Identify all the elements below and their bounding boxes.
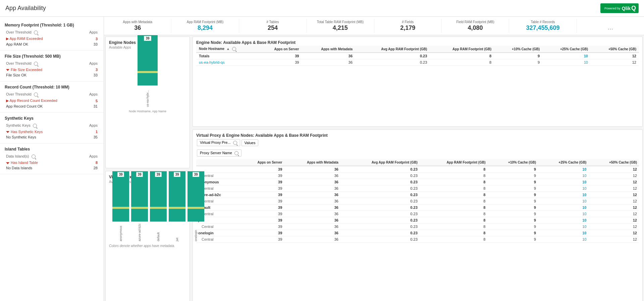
search-icon-5[interactable] xyxy=(32,155,36,159)
search-icon-table[interactable] xyxy=(232,47,236,51)
chart-note: Colors denote whether apps have metadata… xyxy=(109,244,186,248)
file-size-section: File Size (Threshold: 500 MB) Over Thres… xyxy=(0,51,104,81)
two-col-section: Engine Nodes Available Apps 39 us-ea-hyb… xyxy=(104,35,644,301)
vp-anon-c10: 9 xyxy=(487,179,538,185)
vp-sub-c50-5: 12 xyxy=(588,224,639,230)
vp-cell-central-6[interactable]: Central xyxy=(196,236,238,243)
has-island-val: 8 xyxy=(84,160,99,165)
vp-sub-apps-server-5: 39 xyxy=(238,224,284,230)
vp-col-name xyxy=(196,159,238,166)
kpi-total-table-ram-label: Total Table RAM Footprint (MB) xyxy=(309,20,371,24)
vp-col-c25: +25% Cache (GB) xyxy=(538,159,588,166)
file-size-exceeded-label[interactable]: File Size Exceeded xyxy=(5,67,85,72)
search-icon-proxy[interactable] xyxy=(234,151,238,155)
memory-table: ▶ App RAM Exceeded 3 App RAM OK 33 xyxy=(5,36,99,47)
table-row: anonymous 39 36 0.23 8 9 10 12 xyxy=(196,179,639,185)
virtual-proxies-chart: 39 anonymous 39 azure-ad-b2c xyxy=(109,186,186,243)
vp-sub-c10-5: 9 xyxy=(487,224,538,230)
vp-col-avg-ram: Avg App RAM Footprint (GB) xyxy=(340,159,420,166)
table-row: Totals 39 36 0.23 8 9 10 12 xyxy=(196,53,639,59)
col-node-hostname[interactable]: Node Hostname ▲ xyxy=(196,46,258,53)
vp-cell-central-5[interactable]: Central xyxy=(196,224,238,230)
content-area: Apps with Metadata 36 App RAM Footprint … xyxy=(104,17,644,301)
kpi-more[interactable]: ... xyxy=(577,19,644,33)
cell-totals-apps-server: 39 xyxy=(258,53,302,59)
has-synthetic-val: 1 xyxy=(85,129,99,134)
has-island-label[interactable]: Has Island Table xyxy=(5,160,84,165)
cell-totals-c10: 9 xyxy=(494,53,542,59)
vp-bar-inner-default: 39 xyxy=(150,171,167,222)
values-button[interactable]: Values xyxy=(241,139,259,146)
app-ram-ok-val: 33 xyxy=(85,42,99,47)
search-icon-2[interactable] xyxy=(34,62,38,66)
over-threshold-label-2: Over Threshold xyxy=(6,61,38,66)
virtual-proxy-prefix-filter[interactable]: Virtual Proxy Pre... xyxy=(197,139,240,146)
apps-label-1: Apps xyxy=(89,30,98,35)
kpi-field-ram-value: 4,080 xyxy=(444,24,506,32)
island-tables-title: Island Tables xyxy=(5,147,99,152)
memory-footprint-title: Memory Footprint (Threshold: 1 GB) xyxy=(5,23,99,27)
record-count-title: Record Count (Threshold: 10 MM) xyxy=(5,85,99,89)
vp-sub-apps-meta-6: 36 xyxy=(284,236,340,243)
vp-sub-avg-ram-4: 0.23 xyxy=(340,211,420,217)
vp-jwt-apps-server: 39 xyxy=(238,217,284,224)
has-synthetic-label[interactable]: Has Synthetic Keys xyxy=(5,129,85,134)
table-row: Has Synthetic Keys 1 xyxy=(5,129,99,134)
table-header-row: Node Hostname ▲ Apps on Server Apps with… xyxy=(196,46,639,53)
vp-sub-apps-server-1: 39 xyxy=(238,173,284,179)
col-cache25: +25% Cache (GB) xyxy=(542,46,591,53)
engine-node-bar: 39 us-ea-hybr... xyxy=(136,35,159,107)
table-row: Central 39 36 0.23 8 9 10 12 xyxy=(196,173,639,179)
vp-one-app-ram: 8 xyxy=(420,230,488,236)
search-icon-3[interactable] xyxy=(34,93,38,97)
search-icon-vp[interactable] xyxy=(233,141,237,145)
search-icon-4[interactable] xyxy=(33,124,37,128)
filter-row-2: Proxy Server Name xyxy=(196,149,639,157)
table-row: us-ea-hybrid-qs 39 36 0.23 8 9 10 12 xyxy=(196,59,639,66)
vp-bar-inner-azure: 39 xyxy=(131,171,148,222)
vp-sub-c10-3: 9 xyxy=(487,198,538,204)
cell-hostname[interactable]: us-ea-hybrid-qs xyxy=(196,59,258,66)
file-size-ok-val: 33 xyxy=(85,72,99,78)
vp-sub-app-ram-2: 8 xyxy=(420,185,488,192)
record-count-section: Record Count (Threshold: 10 MM) Over Thr… xyxy=(0,81,104,113)
vp-cell-tot-apps-meta: 36 xyxy=(284,166,340,173)
vp-sub-c10-2: 9 xyxy=(487,185,538,192)
table-row: No Data Islands 28 xyxy=(5,165,99,171)
vp-sub-app-ram-6: 8 xyxy=(420,236,488,243)
apps-label-2: Apps xyxy=(89,61,98,66)
vp-sub-app-ram-3: 8 xyxy=(420,198,488,204)
kpi-table-records-label: Table # Records xyxy=(512,20,574,24)
vp-cell-tot-c50: 12 xyxy=(588,166,639,173)
node-bar-badge: 39 xyxy=(144,36,151,41)
search-icon-1[interactable] xyxy=(34,31,38,35)
vp-azure-c50: 12 xyxy=(588,192,639,198)
vp-sub-c25-1: 10 xyxy=(538,173,588,179)
record-exceeded-val: 5 xyxy=(89,98,99,104)
proxy-server-name-filter[interactable]: Proxy Server Name xyxy=(197,149,241,157)
synthetic-keys-table: Has Synthetic Keys 1 No Synthetic Keys 3… xyxy=(5,129,99,140)
cell-totals: Totals xyxy=(196,53,258,59)
cell-totals-c25: 10 xyxy=(542,53,591,59)
vp-stripe-anonymous xyxy=(112,207,129,209)
cell-c50: 12 xyxy=(591,59,639,66)
table-row: File Size OK 33 xyxy=(5,72,99,78)
vp-one-c25: 10 xyxy=(538,230,588,236)
main-layout: Memory Footprint (Threshold: 1 GB) Over … xyxy=(0,17,644,301)
vp-cell-tot-c10: 9 xyxy=(487,166,538,173)
vp-bar-inner-anonymous: 39 xyxy=(112,171,129,222)
vp-sub-c50-3: 12 xyxy=(588,198,639,204)
vp-sub-avg-ram-2: 0.23 xyxy=(340,185,420,192)
kpi-apps-metadata-label: Apps with Metadata xyxy=(107,20,168,24)
vp-one-apps-server: 39 xyxy=(238,230,284,236)
island-tables-section: Island Tables Data Island(s) Apps Has Is… xyxy=(0,143,104,174)
data-islands-label: Data Island(s) xyxy=(6,154,36,159)
col-app-ram: App RAM Footprint (GB) xyxy=(430,46,494,53)
record-exceeded-label[interactable]: ▶ App Record Count Exceeded xyxy=(5,98,89,104)
vp-anon-c50: 12 xyxy=(588,179,639,185)
engine-node-bar-inner: 39 xyxy=(138,35,158,85)
vp-anon-apps-meta: 36 xyxy=(284,179,340,185)
vp-bar-anonymous: 39 anonymous xyxy=(112,171,129,241)
app-ram-exceeded-label[interactable]: ▶ App RAM Exceeded xyxy=(5,36,85,42)
vp-sub-avg-ram-1: 0.23 xyxy=(340,173,420,179)
